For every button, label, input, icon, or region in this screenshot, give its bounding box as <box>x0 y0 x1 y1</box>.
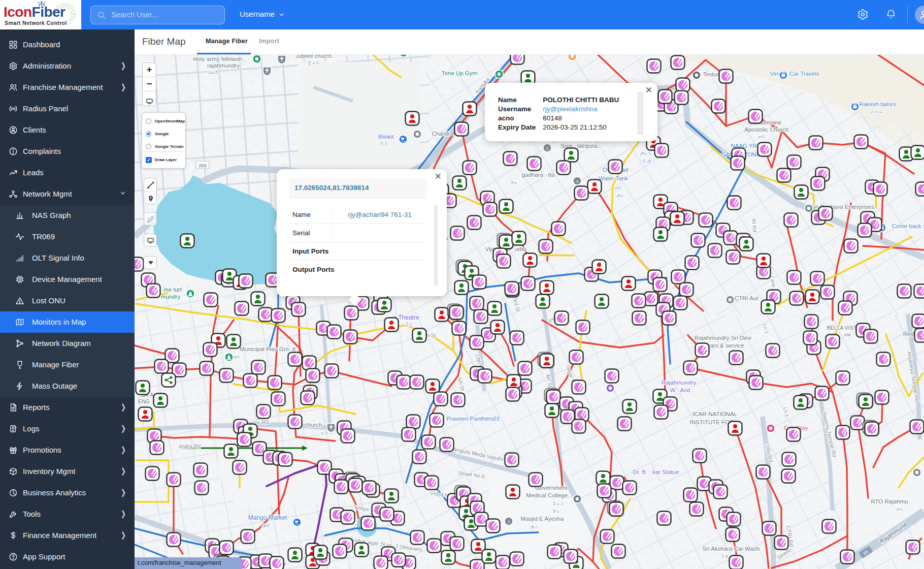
svg-text:andra Rd: andra Rd <box>177 443 201 449</box>
svg-text:Holy army fellowsh..: Holy army fellowsh.. <box>193 56 246 62</box>
svg-text:సార: సార <box>510 181 518 185</box>
svg-text:mundry: mundry <box>161 294 181 300</box>
svg-text:పురుష్: పురుష్ <box>207 71 219 75</box>
svg-text:న్న: న్న <box>380 142 389 147</box>
svg-text:INSTITUTE FOR: INSTITUTE FOR <box>690 419 734 425</box>
svg-text:265: 265 <box>199 163 207 168</box>
svg-text:స్రీ: స్రీ <box>721 555 729 559</box>
svg-text:BELLA VIST: BELLA VIST <box>827 325 857 331</box>
svg-text:Sri Akshara Car Wash: Sri Akshara Car Wash <box>703 546 760 552</box>
svg-text:రాన: రాన <box>757 135 766 140</box>
svg-text:Come back s: Come back s <box>892 223 924 229</box>
svg-text:B.Rakesh tailors: B.Rakesh tailors <box>853 101 896 107</box>
svg-text:rajahmundry: rajahmundry <box>207 62 240 69</box>
svg-text:Dr. B kar Statue: Dr. B kar Statue <box>633 469 679 475</box>
svg-text:మాస: మాస <box>530 525 538 530</box>
svg-text:Tone Up Gym: Tone Up Gym <box>442 70 477 76</box>
svg-text:gadhara tta: gadhara tta <box>522 172 555 178</box>
svg-text:Mango Market: Mango Market <box>248 514 287 521</box>
svg-text:Apostolic Church: Apostolic Church <box>745 127 789 133</box>
svg-text:Rajahmundry: Rajahmundry <box>662 380 697 386</box>
svg-text:RTO Rajahmu: RTO Rajahmu <box>871 498 908 504</box>
svg-text:వాటర్: వాటర్ <box>639 151 652 156</box>
svg-text:Praveen Panthers01: Praveen Panthers01 <box>447 416 500 422</box>
svg-text:ನ: ನ <box>576 179 578 184</box>
svg-text:CTRI Aut: CTRI Aut <box>735 295 758 301</box>
svg-text:పున: పున <box>614 185 623 191</box>
svg-text:me turf: me turf <box>163 287 182 293</box>
svg-text:Masjid E Ayesha: Masjid E Ayesha <box>521 516 564 522</box>
svg-text:Rajahmundry Sri Devi: Rajahmundry Sri Devi <box>695 335 751 341</box>
svg-text:h St: h St <box>426 332 436 338</box>
svg-text:W And...: W And... <box>670 387 695 393</box>
svg-text:జైవన: జైవన <box>308 61 320 66</box>
svg-text:వరుష: వరుష <box>870 109 883 114</box>
svg-text:మున: మున <box>233 355 241 360</box>
svg-text:వాట: వాట <box>616 194 624 199</box>
svg-text:Medical College...: Medical College... <box>526 492 572 498</box>
svg-text:వీర: వీర <box>552 510 560 514</box>
svg-text:ನ: ನ <box>507 519 510 524</box>
svg-text:Jubilee church...: Jubilee church... <box>295 55 336 59</box>
svg-text:Municipal Play Gro d: Municipal Play Gro d <box>240 346 295 352</box>
svg-text:Vinitha Car Travels: Vinitha Car Travels <box>770 71 819 77</box>
svg-text:Blinkit: Blinkit <box>378 134 394 140</box>
svg-text:Water Tank: Water Tank <box>599 175 628 181</box>
svg-text:సైన: సైన <box>405 322 414 327</box>
svg-text:ENG: ENG <box>138 398 150 404</box>
svg-text:రాజ: రాజ <box>896 508 904 512</box>
svg-text:me: me <box>843 332 850 337</box>
svg-text:ನ: ನ <box>546 146 548 151</box>
svg-text:ప్రన: ప్రన <box>552 502 565 507</box>
svg-text:ట్మా: ట్మా <box>643 159 651 164</box>
svg-text:మాంగో: మాంగో <box>262 524 271 529</box>
svg-text:ICAR-NATIONAL: ICAR-NATIONAL <box>692 411 738 417</box>
svg-text:RI Rd: RI Rd <box>751 218 758 233</box>
